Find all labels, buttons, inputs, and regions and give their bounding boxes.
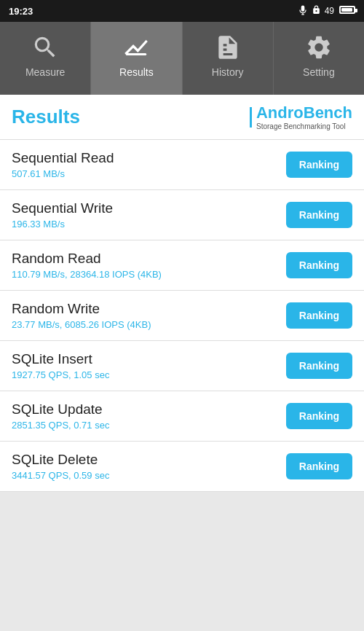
result-name: SQLite Delete (12, 452, 286, 468)
tab-measure[interactable]: Measure (0, 22, 91, 95)
result-name: SQLite Insert (12, 351, 286, 367)
result-name: Sequential Write (12, 200, 286, 216)
ranking-button[interactable]: Ranking (286, 152, 352, 178)
result-value: 507.61 MB/s (12, 168, 286, 179)
table-row: Sequential Read507.61 MB/sRanking (0, 140, 364, 190)
tab-bar: Measure Results History Setting (0, 22, 364, 95)
result-info: Sequential Read507.61 MB/s (12, 150, 286, 179)
brand-text: AndroBench Storage Benchmarking Tool (256, 103, 352, 130)
result-info: SQLite Insert1927.75 QPS, 1.05 sec (12, 351, 286, 380)
result-info: SQLite Update2851.35 QPS, 0.71 sec (12, 401, 286, 431)
ranking-button[interactable]: Ranking (286, 252, 352, 278)
ranking-button[interactable]: Ranking (286, 353, 352, 379)
result-value: 196.33 MB/s (12, 219, 286, 230)
document-icon (213, 33, 242, 62)
table-row: Sequential Write196.33 MB/sRanking (0, 190, 364, 240)
result-info: Random Write23.77 MB/s, 6085.26 IOPS (4K… (12, 301, 286, 330)
ranking-button[interactable]: Ranking (286, 403, 352, 429)
table-row: Random Write23.77 MB/s, 6085.26 IOPS (4K… (0, 291, 364, 341)
result-info: Random Read110.79 MB/s, 28364.18 IOPS (4… (12, 251, 286, 280)
result-value: 1927.75 QPS, 1.05 sec (12, 369, 286, 380)
ranking-button[interactable]: Ranking (286, 453, 352, 479)
table-row: SQLite Update2851.35 QPS, 0.71 secRankin… (0, 391, 364, 442)
chart-icon (122, 33, 151, 62)
tab-setting[interactable]: Setting (274, 22, 364, 95)
result-name: SQLite Update (12, 401, 286, 418)
result-info: Sequential Write196.33 MB/s (12, 200, 286, 230)
brand-name-part1: Andro (256, 103, 304, 122)
status-bar: 19:23 49 (0, 0, 364, 22)
tab-setting-label: Setting (303, 66, 335, 78)
brand-name: AndroBench (256, 103, 352, 122)
result-name: Sequential Read (12, 150, 286, 166)
brand-subtitle: Storage Benchmarking Tool (256, 122, 346, 130)
battery-icon (338, 6, 355, 16)
status-time: 19:23 (9, 6, 33, 17)
tab-measure-label: Measure (25, 66, 65, 78)
result-name: Random Read (12, 251, 286, 267)
result-value: 110.79 MB/s, 28364.18 IOPS (4KB) (12, 269, 286, 280)
ranking-button[interactable]: Ranking (286, 202, 352, 228)
table-row: SQLite Insert1927.75 QPS, 1.05 secRankin… (0, 341, 364, 391)
search-icon (31, 33, 60, 62)
brand-logo: AndroBench Storage Benchmarking Tool (250, 103, 352, 130)
results-header: Results AndroBench Storage Benchmarking … (0, 95, 364, 140)
results-list: Sequential Read507.61 MB/sRankingSequent… (0, 140, 364, 492)
ranking-button[interactable]: Ranking (286, 302, 352, 329)
brand-name-part2: Bench (304, 103, 352, 122)
tab-results[interactable]: Results (91, 22, 182, 95)
table-row: SQLite Delete3441.57 QPS, 0.59 secRankin… (0, 442, 364, 492)
microphone-icon (298, 5, 308, 17)
battery-status: 49 (325, 6, 334, 16)
svg-rect-0 (126, 53, 147, 55)
status-right: 49 (298, 5, 355, 17)
result-value: 3441.57 QPS, 0.59 sec (12, 470, 286, 481)
brand-accent-bar (250, 107, 252, 128)
page-title: Results (12, 106, 80, 128)
tab-history-label: History (212, 66, 244, 78)
tab-results-label: Results (119, 66, 154, 78)
gear-icon (304, 33, 333, 62)
result-info: SQLite Delete3441.57 QPS, 0.59 sec (12, 452, 286, 481)
result-name: Random Write (12, 301, 286, 317)
lock-icon (312, 5, 321, 17)
tab-history[interactable]: History (183, 22, 274, 95)
table-row: Random Read110.79 MB/s, 28364.18 IOPS (4… (0, 240, 364, 291)
result-value: 2851.35 QPS, 0.71 sec (12, 420, 286, 431)
result-value: 23.77 MB/s, 6085.26 IOPS (4KB) (12, 319, 286, 330)
